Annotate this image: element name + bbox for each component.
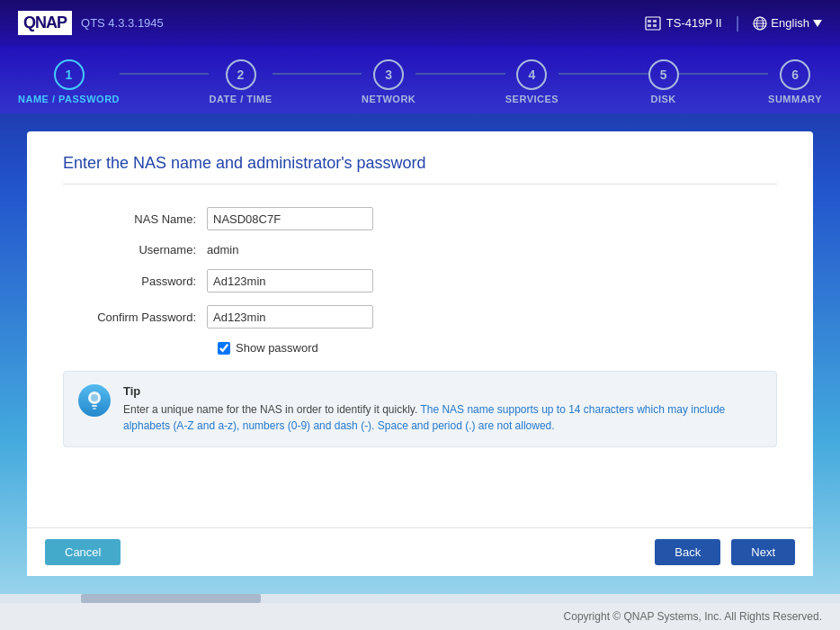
step-4-label: SERVICES (505, 94, 559, 104)
svg-rect-12 (92, 405, 97, 407)
step-1[interactable]: 1 NAME / PASSWORD (18, 59, 120, 104)
header-right: TS-419P II | English (645, 14, 822, 32)
nas-name-input[interactable] (207, 207, 373, 230)
confirm-password-row: Confirm Password: (63, 305, 777, 328)
connector-3-4 (416, 73, 505, 75)
page-title: Enter the NAS name and administrator's p… (63, 154, 777, 184)
svg-point-14 (91, 394, 98, 401)
step-5-circle: 5 (648, 59, 679, 90)
tip-text-normal: Enter a unique name for the NAS in order… (123, 403, 420, 416)
step-2-label: DATE / TIME (209, 94, 272, 104)
footer: Copyright © QNAP Systems, Inc. All Right… (0, 603, 840, 630)
language-selector[interactable]: English (753, 16, 822, 31)
bottom-bar: Cancel Back Next (27, 527, 813, 576)
step-2[interactable]: 2 DATE / TIME (209, 59, 272, 104)
step-1-label: NAME / PASSWORD (18, 94, 120, 104)
step-6[interactable]: 6 SUMMARY (768, 59, 822, 104)
svg-rect-1 (648, 20, 651, 22)
tip-content: Tip Enter a unique name for the NAS in o… (123, 384, 762, 434)
device-name: TS-419P II (645, 16, 722, 31)
wizard-steps: 1 NAME / PASSWORD 2 DATE / TIME 3 NETWOR… (18, 59, 822, 104)
back-button[interactable]: Back (655, 539, 720, 565)
scroll-thumb[interactable] (81, 594, 261, 603)
nas-name-row: NAS Name: (63, 207, 777, 230)
show-password-label[interactable]: Show password (236, 341, 318, 355)
next-button[interactable]: Next (731, 539, 795, 565)
step-5-label: DISK (650, 94, 675, 104)
step-6-label: SUMMARY (768, 94, 822, 104)
globe-icon (753, 16, 767, 31)
main-wrapper: Enter the NAS name and administrator's p… (0, 113, 840, 594)
language-label: English (771, 16, 809, 30)
nas-name-label: NAS Name: (63, 212, 207, 226)
confirm-password-input[interactable] (207, 305, 373, 328)
nas-icon (645, 16, 661, 31)
password-row: Password: (63, 269, 777, 292)
svg-rect-3 (653, 20, 657, 22)
content-panel: Enter the NAS name and administrator's p… (27, 131, 813, 576)
header: QNAP QTS 4.3.3.1945 TS-419P II | English (0, 0, 840, 46)
tip-box: Tip Enter a unique name for the NAS in o… (63, 371, 777, 447)
step-2-circle: 2 (226, 59, 256, 90)
step-4-circle: 4 (516, 59, 547, 90)
svg-rect-2 (648, 24, 651, 27)
logo: QNAP QTS 4.3.3.1945 (18, 11, 164, 35)
step-3-circle: 3 (373, 59, 404, 90)
step-4[interactable]: 4 SERVICES (505, 59, 559, 104)
confirm-password-label: Confirm Password: (63, 310, 207, 324)
svg-rect-0 (646, 17, 660, 30)
device-name-label: TS-419P II (666, 16, 722, 30)
step-3[interactable]: 3 NETWORK (362, 59, 416, 104)
password-label: Password: (63, 274, 207, 288)
step-6-circle: 6 (780, 59, 810, 90)
step-5[interactable]: 5 DISK (648, 59, 679, 104)
connector-2-3 (273, 73, 362, 75)
username-label: Username: (63, 243, 207, 256)
scroll-area[interactable] (0, 594, 840, 603)
connector-5-6 (679, 73, 768, 75)
show-password-row: Show password (218, 341, 777, 355)
logo-text: QNAP (18, 11, 72, 35)
nav-buttons: Back Next (655, 539, 795, 565)
lightbulb-icon (86, 391, 103, 410)
show-password-checkbox[interactable] (218, 342, 230, 355)
step-3-label: NETWORK (362, 94, 416, 104)
chevron-down-icon (813, 20, 822, 27)
header-divider: | (736, 14, 740, 32)
tip-text: Enter a unique name for the NAS in order… (123, 401, 762, 434)
copyright-text: Copyright © QNAP Systems, Inc. All Right… (564, 610, 822, 623)
content-inner: Enter the NAS name and administrator's p… (27, 131, 813, 527)
svg-rect-13 (93, 408, 96, 410)
tip-title: Tip (123, 384, 762, 398)
wizard-bar: 1 NAME / PASSWORD 2 DATE / TIME 3 NETWOR… (0, 46, 840, 113)
username-row: Username: admin (63, 243, 777, 256)
connector-1-2 (120, 73, 209, 75)
connector-4-5 (559, 73, 648, 75)
svg-marker-10 (813, 20, 822, 27)
password-input[interactable] (207, 269, 373, 292)
tip-icon (78, 384, 111, 417)
svg-rect-4 (653, 24, 657, 27)
cancel-button[interactable]: Cancel (45, 539, 121, 565)
qts-version: QTS 4.3.3.1945 (81, 16, 164, 30)
step-1-circle: 1 (54, 59, 85, 90)
username-value: admin (207, 243, 238, 256)
